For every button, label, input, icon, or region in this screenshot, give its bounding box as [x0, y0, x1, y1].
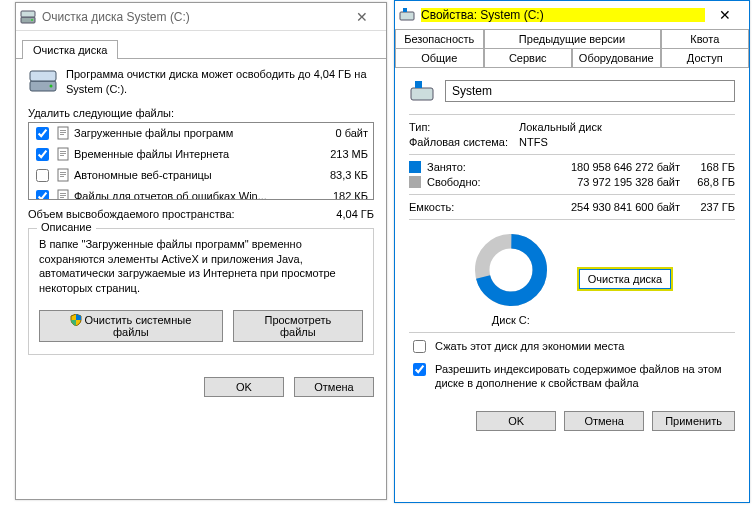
- cancel-button[interactable]: Отмена: [294, 377, 374, 397]
- svg-point-5: [50, 85, 53, 88]
- description-title: Описание: [37, 221, 96, 233]
- fs-value: NTFS: [519, 136, 735, 148]
- delete-files-label: Удалить следующие файлы:: [28, 107, 374, 119]
- tab-hardware[interactable]: Оборудование: [572, 49, 661, 67]
- file-row[interactable]: Загруженные файлы программ0 байт: [29, 123, 373, 144]
- compress-checkbox-row[interactable]: Сжать этот диск для экономии места: [409, 339, 735, 356]
- svg-rect-21: [60, 197, 64, 198]
- tab-quota[interactable]: Квота: [661, 29, 750, 48]
- type-label: Тип:: [409, 121, 519, 133]
- svg-rect-22: [400, 12, 414, 20]
- tabs-row2: Общие Сервис Оборудование Доступ: [395, 49, 749, 68]
- svg-rect-1: [21, 11, 35, 17]
- cancel-button[interactable]: Отмена: [564, 411, 644, 431]
- free-bytes: 73 972 195 328 байт: [519, 176, 680, 188]
- content: Программа очистки диска может освободить…: [16, 59, 386, 405]
- donut-row: Диск C: Очистка диска: [409, 232, 735, 326]
- view-files-button[interactable]: Просмотреть файлы: [233, 310, 363, 342]
- svg-rect-16: [60, 174, 66, 175]
- info-row: Программа очистки диска может освободить…: [28, 67, 374, 97]
- space-grid: Занято: 180 958 646 272 байт 168 ГБ Своб…: [409, 161, 735, 188]
- cleanup-button[interactable]: Очистка диска: [579, 269, 671, 289]
- file-type-icon: [56, 168, 70, 182]
- content: Тип: Локальный диск Файловая система: NT…: [395, 68, 749, 403]
- description-text: В папке "Загруженные файлы программ" вре…: [39, 237, 363, 296]
- index-label: Разрешить индексировать содержимое файло…: [435, 362, 735, 391]
- type-fs-grid: Тип: Локальный диск Файловая система: NT…: [409, 121, 735, 148]
- free-label: Свободно:: [409, 176, 519, 188]
- compress-label: Сжать этот диск для экономии места: [435, 339, 624, 353]
- file-type-icon: [56, 126, 70, 140]
- tab-previous-versions[interactable]: Предыдущие версии: [484, 29, 661, 48]
- file-checkbox[interactable]: [36, 148, 49, 161]
- tab-general[interactable]: Общие: [395, 49, 484, 67]
- tab-cleanup[interactable]: Очистка диска: [22, 40, 118, 59]
- tab-tools[interactable]: Сервис: [484, 49, 573, 67]
- svg-rect-7: [60, 130, 66, 131]
- drive-properties-window: Свойства: System (C:) ✕ Безопасность Пре…: [394, 0, 750, 503]
- ok-button[interactable]: OK: [476, 411, 556, 431]
- file-size: 83,3 КБ: [314, 169, 370, 181]
- ok-button[interactable]: OK: [204, 377, 284, 397]
- used-label: Занято:: [409, 161, 519, 173]
- apply-button[interactable]: Применить: [652, 411, 735, 431]
- file-checkbox[interactable]: [36, 190, 49, 200]
- close-icon[interactable]: ✕: [342, 9, 382, 25]
- fs-label: Файловая система:: [409, 136, 519, 148]
- dialog-buttons: OK Отмена Применить: [395, 403, 749, 441]
- svg-rect-12: [60, 153, 66, 154]
- file-list[interactable]: Загруженные файлы программ0 байтВременны…: [28, 122, 374, 200]
- svg-point-2: [31, 19, 33, 21]
- total-value: 4,04 ГБ: [336, 208, 374, 220]
- file-type-icon: [56, 189, 70, 200]
- svg-rect-18: [58, 190, 68, 200]
- file-size: 0 байт: [314, 127, 370, 139]
- capacity-human: 237 ГБ: [680, 201, 735, 213]
- file-row[interactable]: Автономные веб-страницы83,3 КБ: [29, 165, 373, 186]
- file-name: Автономные веб-страницы: [74, 169, 310, 181]
- svg-rect-13: [60, 155, 64, 156]
- index-checkbox[interactable]: [413, 363, 426, 376]
- capacity-grid: Емкость: 254 930 841 600 байт 237 ГБ: [409, 201, 735, 213]
- dialog-buttons: OK Отмена: [28, 377, 374, 397]
- shield-icon: [70, 314, 82, 326]
- clean-system-files-button[interactable]: Очистить системные файлы: [39, 310, 223, 342]
- disk-cleanup-window: Очистка диска System (C:) ✕ Очистка диск…: [15, 2, 387, 500]
- svg-rect-20: [60, 195, 66, 196]
- used-human: 168 ГБ: [680, 161, 735, 173]
- tab-security[interactable]: Безопасность: [395, 29, 484, 48]
- used-bytes: 180 958 646 272 байт: [519, 161, 680, 173]
- free-swatch-icon: [409, 176, 421, 188]
- file-checkbox[interactable]: [36, 127, 49, 140]
- donut-wrap: Диск C:: [473, 232, 549, 326]
- drive-icon: [399, 7, 415, 23]
- svg-rect-24: [411, 88, 433, 100]
- capacity-label: Емкость:: [409, 201, 519, 213]
- file-name: Файлы для отчетов об ошибках Win...: [74, 190, 310, 200]
- tab-sharing[interactable]: Доступ: [661, 49, 750, 67]
- drive-name-input[interactable]: [445, 80, 735, 102]
- compress-checkbox[interactable]: [413, 340, 426, 353]
- titlebar: Свойства: System (C:) ✕: [395, 1, 749, 29]
- svg-rect-4: [30, 71, 56, 81]
- svg-rect-8: [60, 132, 66, 133]
- file-checkbox[interactable]: [36, 169, 49, 182]
- drive-large-icon: [409, 78, 435, 104]
- type-value: Локальный диск: [519, 121, 735, 133]
- drive-name-row: [409, 78, 735, 104]
- svg-rect-17: [60, 176, 64, 177]
- window-title: Очистка диска System (C:): [42, 10, 342, 24]
- svg-rect-23: [403, 8, 407, 12]
- disk-label: Диск C:: [473, 314, 549, 326]
- svg-rect-15: [60, 172, 66, 173]
- svg-rect-25: [415, 81, 422, 88]
- index-checkbox-row[interactable]: Разрешить индексировать содержимое файло…: [409, 362, 735, 391]
- close-icon[interactable]: ✕: [705, 7, 745, 23]
- file-row[interactable]: Файлы для отчетов об ошибках Win...182 К…: [29, 186, 373, 200]
- titlebar: Очистка диска System (C:) ✕: [16, 3, 386, 31]
- cleanup-drive-icon: [28, 67, 58, 95]
- tab-strip: Очистка диска: [16, 37, 386, 59]
- file-type-icon: [56, 147, 70, 161]
- file-row[interactable]: Временные файлы Интернета213 МБ: [29, 144, 373, 165]
- file-name: Временные файлы Интернета: [74, 148, 310, 160]
